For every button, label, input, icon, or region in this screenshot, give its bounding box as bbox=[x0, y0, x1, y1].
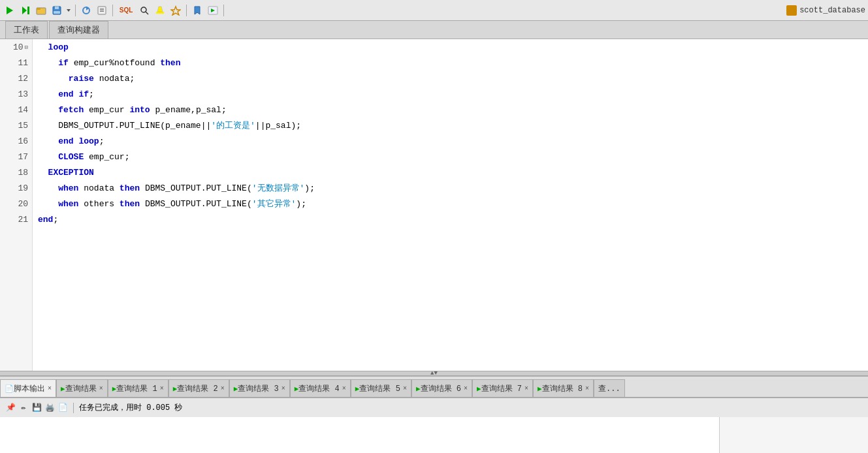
code-line-17[interactable]: CLOSE emp_cur; bbox=[33, 149, 868, 164]
code-line-15[interactable]: DBMS_OUTPUT.PUT_LINE(p_ename||'的工资是'||p_… bbox=[33, 117, 868, 133]
fold-icon-10[interactable]: ⊟ bbox=[25, 44, 28, 51]
tab-worksheet[interactable]: 工作表 bbox=[5, 21, 48, 39]
page-icon: 📄 bbox=[57, 403, 68, 413]
line-number-15: 15 bbox=[0, 117, 32, 133]
svg-marker-0 bbox=[7, 7, 13, 14]
save-status-icon: 💾 bbox=[31, 403, 42, 413]
result-tab-icon-4: ▶ bbox=[234, 384, 238, 393]
svg-line-15 bbox=[146, 12, 148, 14]
line-number-20: 20 bbox=[0, 196, 32, 211]
result-tab-close-1[interactable]: × bbox=[99, 385, 103, 392]
export-button[interactable] bbox=[95, 3, 109, 18]
result-tab-close-2[interactable]: × bbox=[160, 385, 164, 392]
result-tab-label-4: 查询结果 3 bbox=[238, 383, 278, 394]
step-button[interactable] bbox=[18, 3, 33, 18]
svg-rect-16 bbox=[156, 12, 164, 14]
result-tab-icon-8: ▶ bbox=[477, 384, 481, 393]
code-line-19[interactable]: when nodata then DBMS_OUTPUT.PUT_LINE('无… bbox=[33, 180, 868, 196]
result-tab-icon-1: ▶ bbox=[61, 384, 65, 393]
run-script-button[interactable] bbox=[206, 3, 220, 18]
db-label: scott_database bbox=[799, 6, 865, 15]
resize-arrows-icon: ▲▼ bbox=[430, 370, 438, 377]
result-tab-7[interactable]: ▶查询结果 6× bbox=[411, 379, 472, 398]
svg-marker-8 bbox=[67, 9, 71, 12]
code-line-11[interactable]: if emp_cur%notfound then bbox=[33, 55, 868, 70]
resize-handle[interactable]: ▲▼ bbox=[0, 371, 868, 376]
result-tab-close-4[interactable]: × bbox=[281, 385, 285, 392]
result-tab-8[interactable]: ▶查询结果 7× bbox=[472, 379, 533, 398]
bookmark-button[interactable] bbox=[190, 3, 204, 18]
result-tab-icon-2: ▶ bbox=[112, 384, 117, 393]
run-button[interactable] bbox=[3, 3, 17, 18]
result-tab-close-3[interactable]: × bbox=[221, 385, 225, 392]
result-tab-close-7[interactable]: × bbox=[464, 385, 468, 392]
sql-button[interactable]: SQL bbox=[116, 3, 136, 18]
result-tab-5[interactable]: ▶查询结果 4× bbox=[290, 379, 351, 398]
result-side bbox=[719, 417, 868, 453]
result-tab-label-9: 查询结果 8 bbox=[542, 383, 583, 394]
toolbar-separator-2 bbox=[112, 5, 113, 16]
result-tab-label-6: 查询结果 5 bbox=[359, 383, 400, 394]
line-number-10: 10⊟ bbox=[0, 39, 32, 55]
result-tab-close-9[interactable]: × bbox=[585, 385, 589, 392]
result-tab-9[interactable]: ▶查询结果 8× bbox=[533, 379, 594, 398]
mark-button[interactable] bbox=[169, 3, 183, 18]
editor-area: 10⊟1112131415161718192021 loop if emp_cu… bbox=[0, 39, 868, 371]
result-tab-close-6[interactable]: × bbox=[403, 385, 407, 392]
svg-rect-7 bbox=[54, 11, 60, 14]
result-tab-1[interactable]: ▶查询结果× bbox=[56, 379, 108, 398]
result-tab-label-2: 查询结果 1 bbox=[116, 383, 157, 394]
line-number-19: 19 bbox=[0, 180, 32, 196]
result-main bbox=[0, 417, 719, 453]
code-line-12[interactable]: raise nodata; bbox=[33, 70, 868, 86]
result-tab-label-3: 查询结果 2 bbox=[177, 383, 217, 394]
svg-rect-11 bbox=[98, 7, 106, 14]
svg-rect-2 bbox=[27, 7, 29, 14]
result-tabs-bar: 📄脚本输出×▶查询结果×▶查询结果 1×▶查询结果 2×▶查询结果 3×▶查询结… bbox=[0, 377, 868, 398]
pin-icon: 📌 bbox=[5, 403, 16, 413]
code-line-13[interactable]: end if; bbox=[33, 86, 868, 102]
result-tab-icon-6: ▶ bbox=[355, 384, 360, 393]
find-button[interactable] bbox=[137, 3, 152, 18]
result-tab-2[interactable]: ▶查询结果 1× bbox=[108, 379, 169, 398]
toolbar-separator-4 bbox=[223, 5, 224, 16]
code-line-20[interactable]: when others then DBMS_OUTPUT.PUT_LINE('其… bbox=[33, 196, 868, 211]
line-number-11: 11 bbox=[0, 55, 32, 70]
svg-marker-17 bbox=[171, 7, 180, 15]
result-tab-0[interactable]: 📄脚本输出× bbox=[0, 379, 56, 398]
highlight-button[interactable] bbox=[153, 3, 167, 18]
line-number-21: 21 bbox=[0, 211, 32, 227]
code-line-21[interactable]: end; bbox=[33, 211, 868, 227]
db-icon bbox=[786, 5, 797, 16]
edit-icon: ✏️ bbox=[18, 403, 29, 413]
tabs-bar: 工作表 查询构建器 bbox=[0, 21, 868, 39]
result-tab-close-0[interactable]: × bbox=[48, 385, 52, 392]
result-tab-icon-0: 📄 bbox=[5, 384, 14, 393]
status-message: 任务已完成，用时 0.005 秒 bbox=[79, 402, 182, 413]
refresh-button[interactable] bbox=[79, 3, 93, 18]
toolbar-separator-3 bbox=[186, 5, 187, 16]
save-dropdown-button[interactable] bbox=[65, 3, 72, 18]
result-tab-close-5[interactable]: × bbox=[342, 385, 346, 392]
code-content[interactable]: loop if emp_cur%notfound then raise noda… bbox=[33, 39, 868, 371]
line-numbers: 10⊟1112131415161718192021 bbox=[0, 39, 33, 371]
line-number-14: 14 bbox=[0, 102, 32, 117]
code-line-14[interactable]: fetch emp_cur into p_ename,p_sal; bbox=[33, 102, 868, 117]
status-separator bbox=[73, 403, 74, 413]
result-tab-4[interactable]: ▶查询结果 3× bbox=[229, 379, 290, 398]
result-tab-10[interactable]: 查... bbox=[594, 379, 625, 398]
result-tab-6[interactable]: ▶查询结果 5× bbox=[351, 379, 411, 398]
result-tab-label-1: 查询结果 bbox=[65, 383, 97, 394]
tab-query-builder[interactable]: 查询构建器 bbox=[49, 21, 108, 39]
code-line-16[interactable]: end loop; bbox=[33, 133, 868, 149]
code-line-18[interactable]: EXCEPTION bbox=[33, 164, 868, 180]
toolbar: SQL scott_database bbox=[0, 0, 868, 21]
code-line-10[interactable]: loop bbox=[33, 39, 868, 55]
svg-rect-4 bbox=[37, 8, 40, 10]
result-tab-close-8[interactable]: × bbox=[524, 385, 528, 392]
result-tab-3[interactable]: ▶查询结果 2× bbox=[169, 379, 229, 398]
svg-rect-6 bbox=[55, 7, 59, 9]
save-button[interactable] bbox=[50, 3, 64, 18]
open-button[interactable] bbox=[34, 3, 48, 18]
svg-marker-1 bbox=[22, 7, 27, 14]
